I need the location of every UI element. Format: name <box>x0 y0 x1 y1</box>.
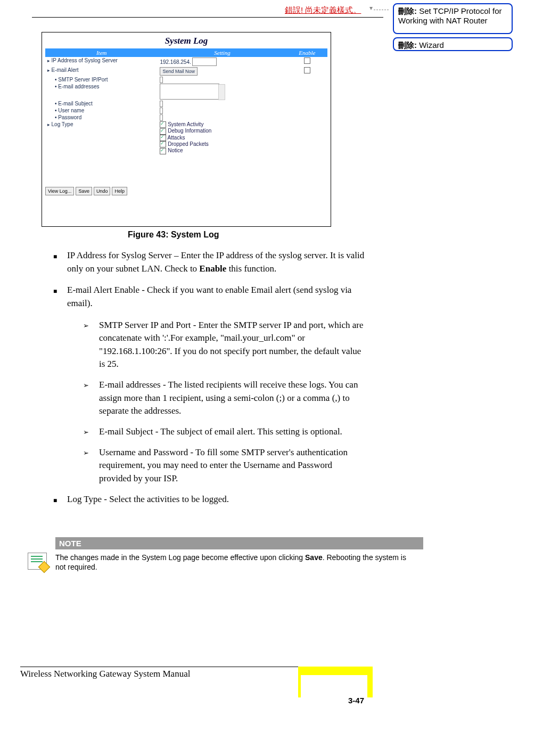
item-email-alert: E-mail Alert <box>45 67 158 76</box>
note-block: NOTE The changes made in the System Log … <box>20 537 417 572</box>
item-ip-syslog: IP Address of Syslog Server <box>45 57 158 67</box>
revision-comment-2-text: Wizard <box>419 40 444 50</box>
bullet3-text: Log Type - Select the activities to be l… <box>67 493 229 506</box>
item-smtp: SMTP Server IP/Port <box>55 77 108 83</box>
email-addresses-textarea[interactable] <box>160 84 219 100</box>
revision-mark-icon: ▾ <box>369 4 373 12</box>
send-mail-button[interactable]: Send Mail Now <box>160 67 198 76</box>
revision-comment-1: 刪除: Set TCP/IP Protocol for Working with… <box>393 3 513 34</box>
square-bullet-icon <box>53 284 67 310</box>
logtype-debug-checkbox[interactable] <box>160 128 166 135</box>
item-username: User name <box>55 108 84 113</box>
smtp-input[interactable] <box>160 77 163 83</box>
sub-username-password: Username and Password - To fill some SMT… <box>83 446 365 486</box>
revision-connector <box>374 10 389 10</box>
header-error-text: 錯誤! 尚未定義樣式。 <box>285 5 361 15</box>
help-button[interactable]: Help <box>112 187 127 195</box>
sub1-text: SMTP Server IP and Port - Enter the SMTP… <box>99 319 365 372</box>
delete-label: 刪除: <box>398 40 417 50</box>
item-logtype: Log Type <box>45 121 158 155</box>
logtype-1: Debug Information <box>168 128 211 134</box>
logtype-0: System Activity <box>168 121 203 127</box>
system-log-screenshot: System Log Item Setting Enable IP Addres… <box>42 32 331 227</box>
footer-highlight-inner <box>301 675 367 697</box>
note-text-a: The changes made in the System Log page … <box>55 553 305 562</box>
viewlog-button[interactable]: View Log... <box>45 187 74 195</box>
arrow-bullet-icon <box>83 446 99 486</box>
password-input[interactable] <box>160 114 163 121</box>
sub-email-addresses: E-mail addresses - The listed recipients… <box>83 379 365 418</box>
item-email-subject: E-mail Subject <box>55 101 93 106</box>
undo-button[interactable]: Undo <box>94 187 111 195</box>
arrow-bullet-icon <box>83 379 99 418</box>
sub-smtp: SMTP Server IP and Port - Enter the SMTP… <box>83 319 365 372</box>
square-bullet-icon <box>53 249 67 275</box>
header-rule <box>32 17 383 18</box>
bullet1-bold: Enable <box>199 264 226 274</box>
square-bullet-icon <box>53 493 67 506</box>
figure-caption: Figure 43: System Log <box>128 230 219 240</box>
note-icon <box>28 553 47 570</box>
logtype-notice-checkbox[interactable] <box>160 148 166 154</box>
delete-label: 刪除: <box>398 6 417 15</box>
email-subject-input[interactable] <box>160 101 163 107</box>
screenshot-title: System Log <box>42 32 331 48</box>
bullet-email-alert: E-mail Alert Enable - Check if you want … <box>53 284 365 310</box>
username-input[interactable] <box>160 108 163 114</box>
sub4-text: Username and Password - To fill some SMT… <box>99 446 365 486</box>
col-enable: Enable <box>287 48 327 57</box>
logtype-dropped-checkbox[interactable] <box>160 141 166 147</box>
arrow-bullet-icon <box>83 425 99 439</box>
bullet1-text-b: this function. <box>226 264 276 274</box>
revision-comment-2: 刪除: Wizard <box>393 37 513 51</box>
col-item: Item <box>45 48 158 57</box>
logtype-system-activity-checkbox[interactable] <box>160 121 166 128</box>
logtype-2: Attacks <box>168 135 185 141</box>
note-text: The changes made in the System Log page … <box>52 549 412 572</box>
enable-email-checkbox[interactable] <box>304 67 310 73</box>
system-log-table: Item Setting Enable IP Address of Syslog… <box>45 48 327 155</box>
sub-email-subject: E-mail Subject - The subject of email al… <box>83 425 365 439</box>
sub2-text: E-mail addresses - The listed recipients… <box>99 379 365 418</box>
bullet2-text: E-mail Alert Enable - Check if you want … <box>67 284 365 310</box>
col-setting: Setting <box>158 48 286 57</box>
note-text-bold: Save <box>305 553 323 562</box>
ip-suffix-input[interactable] <box>192 57 217 66</box>
note-header: NOTE <box>55 537 423 549</box>
footer-rule <box>20 667 298 667</box>
logtype-4: Notice <box>168 147 183 153</box>
page-number: 3-47 <box>348 696 364 705</box>
save-button[interactable]: Save <box>76 187 92 195</box>
ip-prefix: 192.168.254. <box>160 59 191 65</box>
sub3-text: E-mail Subject - The subject of email al… <box>99 425 342 439</box>
bullet-logtype: Log Type - Select the activities to be l… <box>53 493 365 506</box>
logtype-3: Dropped Packets <box>168 141 209 147</box>
footer-title: Wireless Networking Gateway System Manua… <box>20 669 190 679</box>
enable-ip-checkbox[interactable] <box>304 57 310 64</box>
item-password: Password <box>55 114 81 120</box>
arrow-bullet-icon <box>83 319 99 372</box>
item-email-addr: E-mail addresses <box>55 84 100 89</box>
bullet-ip-syslog: IP Address for Syslog Server – Enter the… <box>53 249 365 275</box>
